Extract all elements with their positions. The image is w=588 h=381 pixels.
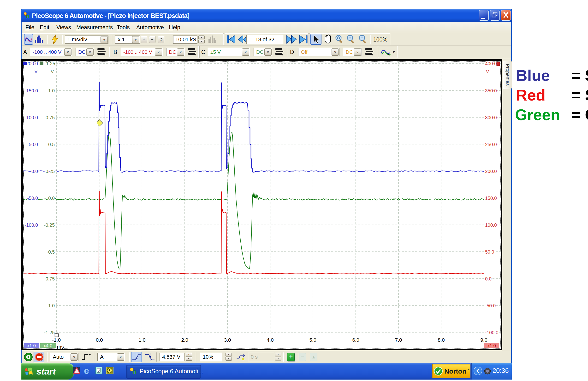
svg-text:6.0: 6.0	[352, 337, 359, 343]
svg-text:400.0: 400.0	[485, 61, 497, 66]
svg-text:ms: ms	[57, 344, 64, 350]
svg-text:0.0: 0.0	[96, 337, 103, 343]
svg-text:-0.75: -0.75	[44, 276, 55, 281]
svg-text:-1.0: -1.0	[52, 337, 61, 343]
svg-text:V: V	[486, 69, 489, 74]
svg-text:-0.5: -0.5	[46, 249, 55, 254]
svg-text:100.0: 100.0	[26, 115, 38, 120]
svg-text:1.0: 1.0	[138, 337, 145, 343]
svg-text:0.0: 0.0	[31, 169, 38, 174]
svg-text:100.0: 100.0	[485, 222, 497, 228]
svg-text:-1.25: -1.25	[44, 330, 55, 335]
svg-text:300.0: 300.0	[485, 115, 497, 120]
svg-text:200.0: 200.0	[26, 61, 38, 66]
svg-text:9.0: 9.0	[480, 337, 487, 343]
svg-text:0.25: 0.25	[45, 169, 55, 174]
svg-text:2.0: 2.0	[181, 337, 188, 343]
svg-text:4.0: 4.0	[267, 337, 273, 343]
svg-text:x4.0: x4.0	[44, 343, 52, 348]
svg-text:x1.0: x1.0	[27, 343, 36, 348]
svg-text:0.5: 0.5	[48, 142, 55, 147]
svg-text:0.75: 0.75	[45, 115, 55, 120]
svg-text:250.0: 250.0	[485, 142, 497, 147]
svg-text:-50.0: -50.0	[485, 303, 496, 308]
svg-text:-50.0: -50.0	[27, 195, 38, 201]
svg-text:1.0: 1.0	[48, 88, 55, 93]
svg-text:-100.0: -100.0	[25, 222, 38, 228]
svg-text:0.0: 0.0	[485, 276, 492, 281]
svg-text:V: V	[34, 69, 37, 74]
svg-text:3.0: 3.0	[224, 337, 231, 343]
svg-text:200.0: 200.0	[485, 169, 497, 174]
svg-text:150.0: 150.0	[26, 88, 38, 93]
svg-text:-0.25: -0.25	[44, 222, 55, 228]
svg-text:7.0: 7.0	[395, 337, 402, 343]
svg-text:50.0: 50.0	[29, 142, 38, 147]
svg-text:50.0: 50.0	[485, 249, 494, 254]
svg-text:0.0: 0.0	[48, 195, 55, 201]
svg-text:150.0: 150.0	[485, 195, 497, 201]
svg-text:350.0: 350.0	[485, 88, 497, 93]
svg-text:8.0: 8.0	[438, 337, 444, 343]
svg-text:-1.0: -1.0	[46, 303, 55, 308]
svg-text:V: V	[51, 69, 54, 74]
svg-text:1.25: 1.25	[46, 61, 55, 66]
svg-text:-100.0: -100.0	[485, 330, 498, 335]
svg-text:x1.0: x1.0	[487, 343, 496, 348]
svg-text:5.0: 5.0	[309, 337, 316, 343]
